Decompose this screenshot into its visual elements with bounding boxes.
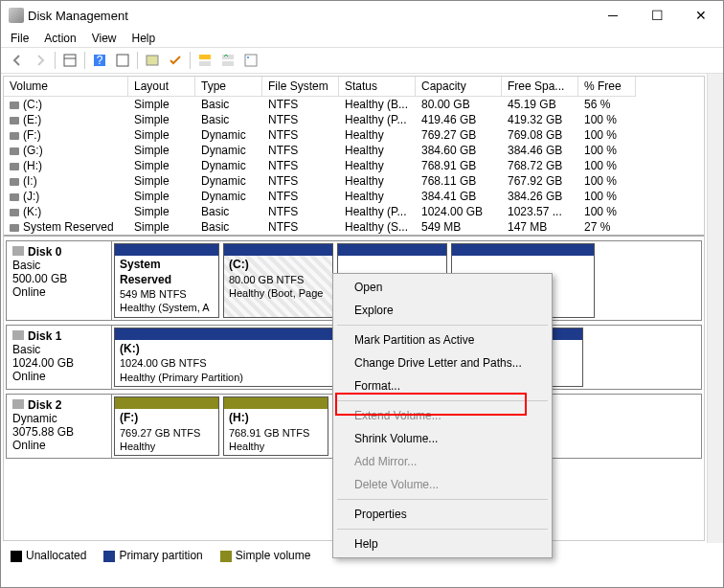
svg-rect-6 <box>199 55 211 59</box>
svg-point-11 <box>247 57 249 58</box>
svg-rect-7 <box>199 61 211 66</box>
volume-icon <box>10 132 19 140</box>
col-header[interactable]: Capacity <box>416 77 502 97</box>
col-header[interactable]: Free Spa... <box>502 77 578 97</box>
volume-icon <box>10 178 19 186</box>
close-button[interactable]: ✕ <box>679 1 723 30</box>
ctx-open[interactable]: Open <box>335 276 550 299</box>
table-row[interactable]: (F:)SimpleDynamicNTFSHealthy769.27 GB769… <box>4 127 704 143</box>
ctx-delete-volume[interactable]: Delete Volume... <box>335 473 550 496</box>
back-button[interactable] <box>7 50 28 71</box>
disk-icon <box>12 399 24 409</box>
context-menu: Open Explore Mark Partition as Active Ch… <box>332 273 553 558</box>
col-header[interactable]: Volume <box>4 77 128 97</box>
ctx-mark-active[interactable]: Mark Partition as Active <box>335 328 550 351</box>
refresh-icon[interactable] <box>112 50 133 71</box>
vertical-scrollbar[interactable] <box>707 74 723 543</box>
settings-icon[interactable] <box>142 50 163 71</box>
ctx-format[interactable]: Format... <box>335 374 550 397</box>
svg-text:?: ? <box>97 54 103 67</box>
menu-view[interactable]: View <box>92 32 117 45</box>
col-header[interactable]: Type <box>195 77 262 97</box>
table-row[interactable]: (H:)SimpleDynamicNTFSHealthy768.91 GB768… <box>4 158 704 173</box>
ctx-explore[interactable]: Explore <box>335 299 550 322</box>
maximize-button[interactable]: ☐ <box>635 1 679 30</box>
volume-block[interactable]: System Reserved549 MB NTFSHealthy (Syste… <box>114 243 219 318</box>
help-icon[interactable]: ? <box>89 50 110 71</box>
col-header[interactable]: % Free <box>578 77 636 97</box>
volume-icon <box>10 193 19 201</box>
svg-rect-8 <box>222 55 234 59</box>
table-row[interactable]: (G:)SimpleDynamicNTFSHealthy384.60 GB384… <box>4 143 704 158</box>
svg-rect-0 <box>64 55 76 66</box>
ctx-extend-volume[interactable]: Extend Volume... <box>335 404 550 427</box>
window-title: Disk Management <box>24 9 591 23</box>
app-icon <box>9 8 24 23</box>
svg-rect-9 <box>222 61 234 66</box>
table-row[interactable]: (I:)SimpleDynamicNTFSHealthy768.11 GB767… <box>4 173 704 189</box>
list-top-icon[interactable] <box>194 50 215 71</box>
menu-action[interactable]: Action <box>44 32 76 45</box>
volume-icon <box>10 163 19 170</box>
volume-icon <box>10 224 19 232</box>
minimize-button[interactable]: ─ <box>591 1 635 30</box>
ctx-add-mirror[interactable]: Add Mirror... <box>335 450 550 473</box>
ctx-shrink-volume[interactable]: Shrink Volume... <box>335 427 550 450</box>
volume-block[interactable]: (H:)768.91 GB NTFSHealthy <box>223 396 328 456</box>
col-header[interactable]: Layout <box>128 77 195 97</box>
volume-icon <box>10 102 19 109</box>
props-icon[interactable] <box>240 50 261 71</box>
menu-help[interactable]: Help <box>132 32 156 45</box>
disk-icon <box>12 246 24 256</box>
table-row[interactable]: (E:)SimpleBasicNTFSHealthy (P...419.46 G… <box>4 112 704 127</box>
volume-icon <box>10 209 19 216</box>
menu-file[interactable]: File <box>11 32 29 45</box>
volume-icon <box>10 117 19 124</box>
view-icon[interactable] <box>59 50 80 71</box>
volume-icon <box>10 147 19 155</box>
volume-block[interactable]: (F:)769.27 GB NTFSHealthy <box>114 396 219 456</box>
ctx-properties[interactable]: Properties <box>335 503 550 526</box>
svg-rect-4 <box>117 55 128 66</box>
svg-rect-10 <box>245 55 257 66</box>
table-row[interactable]: System ReservedSimpleBasicNTFSHealthy (S… <box>4 219 704 235</box>
table-row[interactable]: (K:)SimpleBasicNTFSHealthy (P...1024.00 … <box>4 204 704 219</box>
col-header[interactable]: Status <box>339 77 416 97</box>
volume-block[interactable]: (C:)80.00 GB NTFSHealthy (Boot, Page <box>223 243 333 318</box>
volume-table: VolumeLayoutTypeFile SystemStatusCapacit… <box>4 77 704 237</box>
list-bottom-icon[interactable] <box>217 50 238 71</box>
table-row[interactable]: (C:)SimpleBasicNTFSHealthy (B...80.00 GB… <box>4 97 704 112</box>
svg-rect-5 <box>147 56 158 65</box>
forward-button[interactable] <box>30 50 51 71</box>
table-row[interactable]: (J:)SimpleDynamicNTFSHealthy384.41 GB384… <box>4 189 704 204</box>
col-header[interactable]: File System <box>262 77 339 97</box>
ctx-change-letter[interactable]: Change Drive Letter and Paths... <box>335 351 550 374</box>
ctx-help[interactable]: Help <box>335 532 550 555</box>
disk-icon <box>12 330 24 340</box>
check-icon[interactable] <box>165 50 186 71</box>
